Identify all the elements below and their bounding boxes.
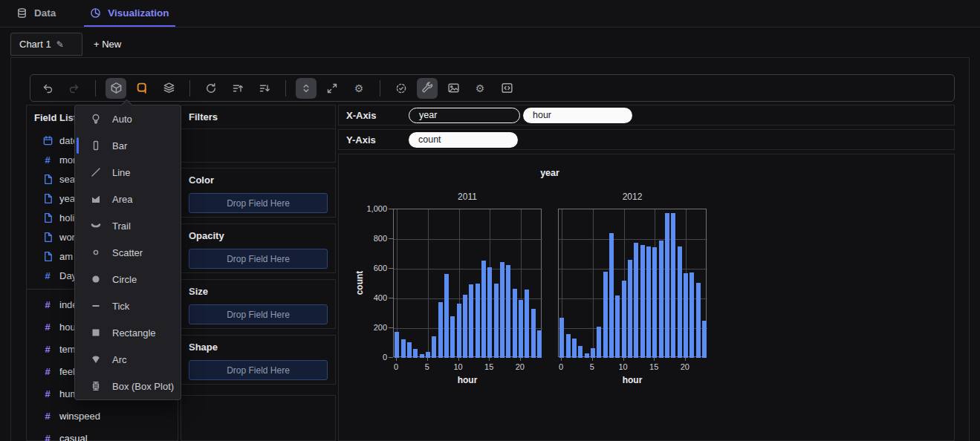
opacity-title: Opacity	[181, 224, 335, 241]
chart-facet-field-title: year	[393, 168, 707, 178]
area-icon	[88, 193, 103, 205]
pie-chart-icon	[90, 7, 101, 19]
x-tick	[427, 357, 428, 361]
tab-data[interactable]: Data	[10, 0, 62, 27]
bar-hour-9	[615, 295, 620, 358]
chart-tab-label: Chart 1	[19, 39, 51, 50]
bar-hour-2	[407, 342, 412, 358]
mark-option-trail[interactable]: Trail	[75, 212, 181, 239]
mark-option-scatter[interactable]: Scatter	[75, 239, 181, 266]
y-tick-label: 400	[357, 293, 387, 302]
new-chart-button[interactable]: + New	[91, 33, 124, 56]
pill-count[interactable]: count	[409, 132, 518, 148]
pencil-icon[interactable]: ✎	[56, 39, 64, 50]
size-channel: Size Drop Field Here	[181, 279, 336, 329]
calendar-icon	[42, 135, 53, 146]
x-axis-title: hour	[393, 375, 542, 385]
resize-mode-button[interactable]	[321, 78, 343, 98]
x-tick-label: 0	[552, 362, 570, 371]
x-tick-label: 20	[511, 362, 529, 371]
resize-settings-button[interactable]: ⚙	[348, 78, 370, 98]
bar-hour-15	[487, 267, 492, 358]
chart-tab-current[interactable]: Chart 1 ✎	[10, 33, 82, 56]
lightbulb-icon	[88, 113, 103, 125]
facet-label: 2011	[393, 192, 542, 202]
bar-hour-22	[531, 309, 536, 358]
export-settings-button[interactable]: ⚙	[469, 78, 491, 98]
opacity-dropzone[interactable]: Drop Field Here	[189, 249, 328, 269]
tab-visualization[interactable]: Visualization	[84, 0, 175, 27]
limit-button[interactable]	[390, 78, 412, 98]
painter-button[interactable]	[417, 78, 438, 99]
export-code-button[interactable]	[496, 78, 518, 98]
mark-option-area[interactable]: Area	[75, 186, 181, 212]
y-tick	[389, 238, 393, 239]
toolbar-separator	[380, 80, 380, 97]
mark-option-bar[interactable]: Bar	[75, 132, 181, 159]
hash-icon: #	[45, 411, 50, 422]
redo-icon	[68, 82, 80, 94]
bar-hour-22	[696, 283, 701, 358]
redo-button[interactable]	[63, 78, 85, 98]
size-dropzone[interactable]: Drop Field Here	[189, 304, 328, 324]
pill-hour[interactable]: hour	[523, 108, 632, 123]
mark-option-auto[interactable]: Auto	[75, 105, 181, 132]
doc-icon	[42, 174, 53, 185]
export-image-button[interactable]	[442, 78, 464, 98]
x-tick	[592, 357, 593, 361]
sort-descending-button[interactable]	[253, 78, 276, 98]
x-tick-label: 20	[676, 362, 694, 371]
y-tick	[389, 268, 393, 269]
size-title: Size	[181, 280, 335, 297]
mark-option-rectangle[interactable]: Rectangle	[75, 319, 181, 346]
stack-mode-button[interactable]	[158, 78, 180, 98]
top-navbar: Data Visualization	[0, 0, 980, 27]
mark-option-label: Rectangle	[112, 327, 156, 339]
plot-area-2012	[558, 209, 707, 357]
mark-option-circle[interactable]: Circle	[75, 266, 181, 293]
mark-option-arc[interactable]: Arc	[75, 346, 181, 373]
color-dropzone[interactable]: Drop Field Here	[189, 193, 328, 213]
sort-ascending-button[interactable]	[227, 78, 249, 98]
field-item-winspeed[interactable]: #winspeed	[27, 405, 178, 427]
bar-hour-7	[438, 302, 443, 358]
axes-resize-button[interactable]	[296, 78, 317, 99]
mark-type-button[interactable]	[131, 78, 153, 98]
toolbar-separator	[95, 80, 96, 97]
transpose-button[interactable]	[200, 78, 222, 98]
aggregation-button[interactable]	[106, 78, 126, 99]
bar-hour-1	[401, 339, 406, 358]
field-item-casual[interactable]: #casual	[27, 427, 178, 441]
mark-option-box[interactable]: Box (Box Plot)	[75, 373, 181, 399]
doc-icon	[42, 212, 53, 223]
bar-hour-23	[702, 321, 707, 358]
bar-hour-0	[395, 332, 399, 358]
x-tick-label: 10	[614, 362, 632, 371]
mark-option-tick[interactable]: Tick	[75, 293, 181, 319]
chart-canvas: year count 201105101520hour201205101520h…	[338, 154, 955, 441]
mark-option-label: Area	[112, 194, 132, 205]
mark-option-label: Bar	[112, 140, 127, 151]
bar-hour-10	[457, 304, 461, 358]
scatter-icon	[88, 246, 103, 258]
box-icon	[88, 380, 103, 392]
shape-dropzone[interactable]: Drop Field Here	[189, 360, 328, 380]
undo-button[interactable]	[36, 78, 59, 98]
tab-data-label: Data	[34, 7, 56, 19]
y-tick	[389, 298, 393, 298]
bar-hour-4	[585, 353, 589, 358]
field-label: casual	[59, 433, 88, 441]
bar-hour-8	[609, 233, 614, 358]
bar-hour-17	[665, 213, 669, 358]
bar-hour-19	[513, 289, 517, 358]
limit-icon	[395, 82, 407, 94]
bar-hour-0	[559, 318, 564, 358]
bar-icon	[88, 140, 103, 151]
hash-icon: #	[45, 321, 50, 333]
cube-icon	[110, 82, 123, 94]
mark-option-line[interactable]: Line	[75, 159, 181, 186]
plot-area-2011	[393, 209, 542, 357]
pill-year[interactable]: year	[409, 108, 520, 123]
mark-option-label: Arc	[112, 354, 127, 365]
bar-hour-1	[566, 334, 571, 358]
